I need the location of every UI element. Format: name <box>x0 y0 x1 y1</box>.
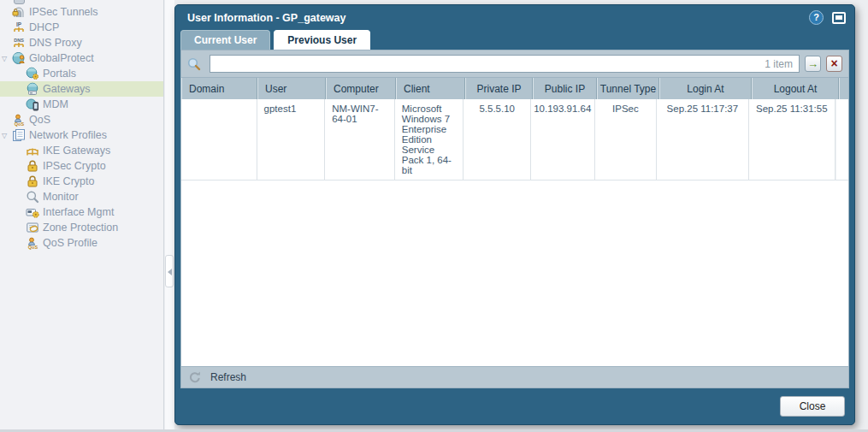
tab-previous-user[interactable]: Previous User <box>274 30 370 50</box>
sidebar-item-label: Network Profiles <box>29 129 107 141</box>
dhcp-icon: IP <box>12 21 26 34</box>
table-body: gptest1 NM-WIN7-64-01 Microsoft Windows … <box>181 99 848 366</box>
dns-proxy-icon: DNS <box>12 36 26 50</box>
globalprotect-icon <box>12 51 26 65</box>
sidebar-list: IPSec Tunnels IP DHCP DNS DNS Proxy ▽ Gl… <box>0 0 163 251</box>
cell-tunnel-type: IPSec <box>595 99 658 180</box>
refresh-label: Refresh <box>210 371 246 383</box>
column-header-logout-at[interactable]: Logout At <box>752 78 839 99</box>
sidebar-item-label: Gateways <box>43 83 91 95</box>
search-input[interactable]: 1 item <box>210 55 800 73</box>
sidebar-collapse-handle[interactable] <box>165 255 174 287</box>
column-header-filler <box>839 78 848 99</box>
clipped-sidebar-icon <box>14 0 25 4</box>
user-information-dialog: User Information - GP_gateway ? Current … <box>174 4 855 425</box>
sidebar-item-label: MDM <box>43 98 68 110</box>
column-header-tunnel-type[interactable]: Tunnel Type <box>597 78 659 99</box>
sidebar-item-label: QoS <box>29 114 50 126</box>
sidebar-item-label: Portals <box>43 68 76 80</box>
sidebar-item-dns-proxy[interactable]: DNS DNS Proxy <box>0 35 163 50</box>
ike-crypto-icon <box>26 175 39 188</box>
cell-login-at: Sep.25 11:17:37 <box>657 99 748 180</box>
monitor-icon <box>26 190 39 204</box>
sidebar-item-network-profiles[interactable]: ▽ Network Profiles <box>0 127 163 143</box>
dialog-title: User Information - GP_gateway <box>187 12 809 24</box>
cell-private-ip: 5.5.5.10 <box>464 99 531 180</box>
cell-domain <box>181 99 257 180</box>
sidebar-item-ipsec-crypto[interactable]: IPSec Crypto <box>0 158 163 174</box>
sidebar-item-portals[interactable]: Portals <box>0 66 163 81</box>
column-header-login-at[interactable]: Login At <box>659 78 752 99</box>
minimize-icon[interactable] <box>832 12 846 24</box>
mdm-icon <box>26 98 39 111</box>
dialog-title-bar: User Information - GP_gateway ? <box>175 5 854 30</box>
item-count-label: 1 item <box>765 58 793 70</box>
cell-filler <box>836 99 848 180</box>
sidebar-item-ike-gateways[interactable]: IKE Gateways <box>0 143 163 158</box>
sidebar-item-gateways[interactable]: Gateways <box>0 81 163 97</box>
sidebar-item-label: Monitor <box>43 191 79 203</box>
help-icon[interactable]: ? <box>809 10 824 25</box>
sidebar-item-globalprotect[interactable]: ▽ GlobalProtect <box>0 50 163 66</box>
refresh-icon <box>188 370 202 384</box>
sidebar-item-label: IKE Gateways <box>43 145 110 157</box>
column-header-client[interactable]: Client <box>396 78 465 99</box>
sidebar-item-label: DNS Proxy <box>29 37 82 49</box>
ipsec-crypto-icon <box>26 159 39 173</box>
cell-computer: NM-WIN7-64-01 <box>325 99 395 180</box>
refresh-bar[interactable]: Refresh <box>181 366 848 388</box>
svg-text:QoS: QoS <box>28 245 38 250</box>
sidebar-item-label: IPSec Crypto <box>43 160 106 172</box>
close-button[interactable]: Close <box>780 396 845 417</box>
sidebar-item-qos[interactable]: QoS QoS <box>0 112 163 127</box>
column-header-domain[interactable]: Domain <box>181 78 257 99</box>
tab-content-panel: 1 item → × Domain User Computer Client P… <box>180 50 849 388</box>
cell-public-ip: 10.193.91.64 <box>531 99 595 180</box>
tab-current-user[interactable]: Current User <box>180 30 270 50</box>
cell-logout-at: Sep.25 11:31:55 <box>749 99 836 180</box>
sidebar-item-ike-crypto[interactable]: IKE Crypto <box>0 174 163 189</box>
apply-filter-button[interactable]: → <box>805 56 821 72</box>
column-header-user[interactable]: User <box>257 78 326 99</box>
zone-protection-icon <box>26 221 39 234</box>
ipsec-tunnels-icon <box>12 5 26 19</box>
sidebar-item-label: DHCP <box>29 21 59 33</box>
ike-gateways-icon <box>26 144 39 157</box>
clear-filter-button[interactable]: × <box>826 56 842 72</box>
table-row[interactable]: gptest1 NM-WIN7-64-01 Microsoft Windows … <box>181 99 848 180</box>
expand-caret-icon[interactable]: ▽ <box>2 55 12 62</box>
column-header-private-ip[interactable]: Private IP <box>465 78 533 99</box>
svg-text:IP: IP <box>16 21 22 27</box>
sidebar-item-label: GlobalProtect <box>29 52 94 64</box>
navigation-sidebar: IPSec Tunnels IP DHCP DNS DNS Proxy ▽ Gl… <box>0 0 164 429</box>
sidebar-splitter[interactable] <box>165 0 174 429</box>
sidebar-item-zone-protection[interactable]: Zone Protection <box>0 220 163 235</box>
svg-text:DNS: DNS <box>14 38 24 43</box>
cell-client: Microsoft Windows 7 Enterprise Edition S… <box>395 99 464 180</box>
expand-caret-icon[interactable]: ▽ <box>2 132 12 139</box>
qos-icon: QoS <box>12 113 26 127</box>
portals-icon <box>26 67 39 80</box>
search-icon <box>187 57 201 71</box>
sidebar-item-label: Interface Mgmt <box>43 206 114 218</box>
sidebar-item-label: QoS Profile <box>43 237 97 249</box>
sidebar-item-label: IPSec Tunnels <box>29 6 98 18</box>
network-profiles-icon <box>12 128 26 142</box>
column-header-computer[interactable]: Computer <box>326 78 396 99</box>
sidebar-item-label: IKE Crypto <box>43 175 94 187</box>
sidebar-item-qos-profile[interactable]: QoS QoS Profile <box>0 235 163 251</box>
collapse-left-icon <box>168 269 172 275</box>
sidebar-item-interface-mgmt[interactable]: Interface Mgmt <box>0 204 163 220</box>
table-header-row: Domain User Computer Client Private IP P… <box>181 78 848 99</box>
gateways-icon <box>26 82 39 96</box>
sidebar-item-monitor[interactable]: Monitor <box>0 189 163 204</box>
sidebar-item-mdm[interactable]: MDM <box>0 97 163 112</box>
sidebar-item-label: Zone Protection <box>43 222 118 234</box>
column-header-public-ip[interactable]: Public IP <box>533 78 597 99</box>
sidebar-item-ipsec-tunnels[interactable]: IPSec Tunnels <box>0 4 163 20</box>
interface-mgmt-icon <box>26 205 39 219</box>
sidebar-item-dhcp[interactable]: IP DHCP <box>0 20 163 35</box>
tab-bar: Current User Previous User <box>175 30 854 50</box>
qos-profile-icon: QoS <box>26 236 39 250</box>
cell-user: gptest1 <box>257 99 326 180</box>
